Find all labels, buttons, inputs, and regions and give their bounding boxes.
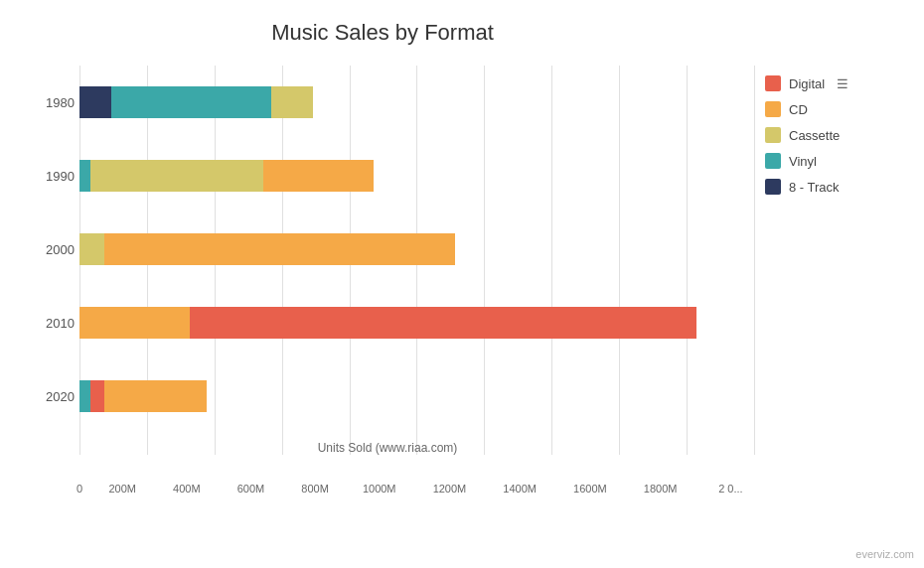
x-axis-label: Units Sold (www.riaa.com) [20, 441, 755, 455]
x-tick: 1000M [363, 483, 396, 495]
bar-segment-digital [190, 307, 696, 339]
legend-color-cd [765, 101, 781, 117]
bar-stack [79, 307, 696, 339]
bar-stack [79, 160, 374, 192]
x-tick: 1800M [644, 483, 678, 495]
x-tick: 400M [173, 483, 201, 495]
bar-year-label: 1990 [25, 169, 75, 184]
x-tick: 0 [77, 483, 82, 495]
x-tick: 800M [301, 483, 329, 495]
x-tick: 200M [108, 483, 136, 495]
bar-segment-eight_track [79, 86, 111, 118]
x-tick: 2 0... [718, 483, 742, 495]
legend-label-digital: Digital [789, 76, 825, 91]
bar-stack [79, 86, 313, 118]
legend-item-cassette: Cassette [765, 127, 904, 143]
legend-color-eight_track [765, 179, 781, 195]
bar-segment-vinyl [79, 160, 90, 192]
legend-label-vinyl: Vinyl [789, 154, 817, 169]
bar-stack [79, 233, 455, 265]
chart-title: Music Sales by Format [20, 20, 745, 46]
x-tick: 1400M [503, 483, 537, 495]
x-tick: 1600M [573, 483, 607, 495]
bar-row: 1980 [79, 77, 755, 127]
legend-item-eight_track: 8 - Track [765, 179, 904, 195]
bar-year-label: 2000 [25, 242, 75, 257]
bar-row: 1990 [79, 151, 755, 201]
bar-segment-cassette [79, 233, 104, 265]
chart-area: 19801990200020102020 0200M400M600M800M10… [20, 66, 755, 495]
legend-item-cd: CD [765, 101, 904, 117]
legend-color-digital [765, 75, 781, 91]
bar-row: 2010 [79, 298, 755, 348]
legend-color-vinyl [765, 153, 781, 169]
menu-icon[interactable]: ☰ [837, 76, 848, 91]
bar-stack [79, 380, 207, 412]
bar-segment-vinyl [79, 380, 90, 412]
bar-segment-cassette [271, 86, 314, 118]
chart-body: 19801990200020102020 0200M400M600M800M10… [20, 66, 904, 495]
bars-area: 19801990200020102020 [20, 66, 755, 433]
bar-segment-cd [79, 307, 190, 339]
bar-segment-vinyl [111, 86, 271, 118]
bar-year-label: 2010 [25, 316, 75, 331]
x-tick: 600M [237, 483, 265, 495]
watermark: everviz.com [855, 548, 914, 560]
bar-segment-cassette [90, 160, 264, 192]
legend-label-cassette: Cassette [789, 128, 840, 143]
legend-item-vinyl: Vinyl [765, 153, 904, 169]
bar-segment-cd [104, 233, 455, 265]
legend-color-cassette [765, 127, 781, 143]
legend: Digital☰CDCassetteVinyl8 - Track [755, 66, 904, 495]
bar-year-label: 2020 [25, 389, 75, 404]
bar-year-label: 1980 [25, 95, 75, 110]
bar-row: 2020 [79, 371, 755, 421]
bar-segment-cd [104, 380, 207, 412]
x-axis: 0200M400M600M800M1000M1200M1400M1600M180… [79, 483, 755, 495]
x-tick: 1200M [433, 483, 467, 495]
legend-label-cd: CD [789, 102, 808, 117]
legend-item-digital: Digital☰ [765, 75, 904, 91]
bar-segment-cd [263, 160, 374, 192]
chart-container: Music Sales by Format 198019902000201020… [0, 0, 924, 568]
bar-segment-digital [90, 380, 104, 412]
bar-row: 2000 [79, 224, 755, 274]
legend-label-eight_track: 8 - Track [789, 180, 840, 195]
